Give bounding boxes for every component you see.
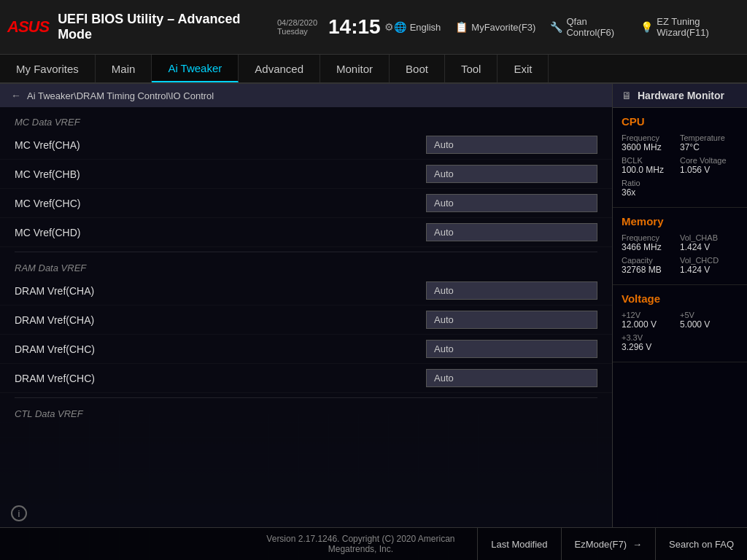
dram-vref-cha2-value[interactable]: Auto xyxy=(426,311,597,329)
bios-title: UEFI BIOS Utility – Advanced Mode xyxy=(58,12,263,42)
nav-main[interactable]: Main xyxy=(96,55,152,82)
nav-advanced[interactable]: Advanced xyxy=(239,55,320,82)
footer: Version 2.17.1246. Copyright (C) 2020 Am… xyxy=(0,527,747,560)
cpu-section-title: CPU xyxy=(622,115,738,128)
cpu-bclk-volt-row: BCLK 100.0 MHz Core Voltage 1.056 V xyxy=(622,156,738,175)
mem-frequency-col: Frequency 3466 MHz xyxy=(622,233,680,252)
cpu-corevolt-value: 1.056 V xyxy=(680,165,738,175)
setting-row[interactable]: DRAM Vref(CHA) Auto xyxy=(0,276,612,306)
cpu-temp-col: Temperature 37°C xyxy=(680,133,738,152)
nav-monitor[interactable]: Monitor xyxy=(320,55,390,82)
mem-capacity-value: 32768 MB xyxy=(622,265,680,275)
cpu-section: CPU Frequency 3600 MHz Temperature 37°C … xyxy=(613,108,747,208)
dram-vref-chc1-value[interactable]: Auto xyxy=(426,340,597,358)
hw-monitor-title: Hardware Monitor xyxy=(638,90,724,101)
setting-row[interactable]: MC Vref(CHC) Auto xyxy=(0,189,612,218)
cpu-ratio-col: Ratio 36x xyxy=(622,179,738,198)
setting-row[interactable]: MC Vref(CHA) Auto xyxy=(0,131,612,160)
mc-vref-chc-value[interactable]: Auto xyxy=(426,194,597,212)
ez-mode-btn[interactable]: EzMode(F7) → xyxy=(561,528,656,560)
setting-name: DRAM Vref(CHA) xyxy=(15,314,426,326)
setting-name: DRAM Vref(CHA) xyxy=(15,285,426,297)
last-modified-btn[interactable]: Last Modified xyxy=(477,528,560,560)
mem-capacity-col: Capacity 32768 MB xyxy=(622,256,680,275)
time-display: 14:15 ⚙ xyxy=(328,15,394,39)
footer-version: Version 2.17.1246. Copyright (C) 2020 Am… xyxy=(244,534,478,554)
ez-mode-icon: → xyxy=(632,539,642,550)
volt-5-label: +5V xyxy=(680,311,738,319)
cpu-bclk-label: BCLK xyxy=(622,156,680,165)
cpu-ratio-row: Ratio 36x xyxy=(622,179,738,198)
mem-freq-volchab-row: Frequency 3466 MHz Vol_CHAB 1.424 V xyxy=(622,233,738,252)
volt-5-col: +5V 5.000 V xyxy=(680,311,738,330)
tool-eztuning[interactable]: 💡 EZ Tuning Wizard(F11) xyxy=(640,16,740,38)
tool-english[interactable]: 🌐 English xyxy=(394,21,441,33)
nav-boot[interactable]: Boot xyxy=(390,55,445,82)
info-icon[interactable]: i xyxy=(11,505,27,521)
voltage-section: Voltage +12V 12.000 V +5V 5.000 V +3.3V … xyxy=(613,285,747,362)
ctl-section-label: CTL Data VREF xyxy=(0,402,612,422)
mem-cap-volchcd-row: Capacity 32768 MB Vol_CHCD 1.424 V xyxy=(622,256,738,275)
cpu-frequency-col: Frequency 3600 MHz xyxy=(622,133,680,152)
setting-name: MC Vref(CHA) xyxy=(15,139,426,151)
main-content: ← Ai Tweaker\DRAM Timing Control\IO Cont… xyxy=(0,84,747,527)
nav-ai-tweaker[interactable]: Ai Tweaker xyxy=(152,55,239,82)
mc-vref-cha-value[interactable]: Auto xyxy=(426,136,597,154)
setting-row[interactable]: MC Vref(CHB) Auto xyxy=(0,160,612,189)
volt-33-row: +3.3V 3.296 V xyxy=(622,333,738,352)
header-datetime: 04/28/2020 Tuesday xyxy=(277,18,317,36)
setting-row[interactable]: MC Vref(CHD) Auto xyxy=(0,218,612,247)
setting-name: MC Vref(CHB) xyxy=(15,168,426,180)
nav-exit[interactable]: Exit xyxy=(498,55,549,82)
nav-tool[interactable]: Tool xyxy=(445,55,498,82)
cpu-frequency-label: Frequency xyxy=(622,133,680,142)
cpu-temp-label: Temperature xyxy=(680,133,738,142)
mem-volchab-value: 1.424 V xyxy=(680,242,738,252)
mem-capacity-label: Capacity xyxy=(622,256,680,265)
cpu-frequency-value: 3600 MHz xyxy=(622,142,680,152)
monitor-icon: 🖥 xyxy=(622,90,632,101)
info-bar: i xyxy=(0,499,612,527)
cpu-corevolt-col: Core Voltage 1.056 V xyxy=(680,156,738,175)
setting-row[interactable]: DRAM Vref(CHC) Auto xyxy=(0,335,612,364)
back-arrow-icon[interactable]: ← xyxy=(11,90,21,101)
ram-section-label: RAM Data VREF xyxy=(0,257,612,276)
volt-5-value: 5.000 V xyxy=(680,319,738,330)
separator-1 xyxy=(15,252,597,252)
dram-vref-cha1-value[interactable]: Auto xyxy=(426,281,597,300)
clipboard-icon: 📋 xyxy=(455,21,468,33)
mem-volchcd-col: Vol_CHCD 1.424 V xyxy=(680,256,738,275)
mem-frequency-label: Frequency xyxy=(622,233,680,242)
setting-row[interactable]: DRAM Vref(CHA) Auto xyxy=(0,306,612,335)
settings-icon[interactable]: ⚙ xyxy=(384,21,394,33)
mc-vref-chd-value[interactable]: Auto xyxy=(426,223,597,241)
setting-name: MC Vref(CHC) xyxy=(15,198,426,209)
mc-vref-chb-value[interactable]: Auto xyxy=(426,165,597,183)
date-display: 04/28/2020 Tuesday xyxy=(277,18,317,36)
tool-myfavorite[interactable]: 📋 MyFavorite(F3) xyxy=(455,21,535,33)
settings-list: MC Data VREF MC Vref(CHA) Auto MC Vref(C… xyxy=(0,107,612,499)
mem-volchab-label: Vol_CHAB xyxy=(680,233,738,242)
setting-name: DRAM Vref(CHC) xyxy=(15,343,426,355)
breadcrumb: Ai Tweaker\DRAM Timing Control\IO Contro… xyxy=(27,90,214,101)
nav-my-favorites[interactable]: My Favorites xyxy=(0,55,96,82)
cpu-ratio-value: 36x xyxy=(622,187,738,198)
memory-section-title: Memory xyxy=(622,215,738,228)
setting-row[interactable]: DRAM Vref(CHC) Auto xyxy=(0,364,612,393)
cpu-temp-value: 37°C xyxy=(680,142,738,152)
cpu-corevolt-label: Core Voltage xyxy=(680,156,738,165)
nav-bar: My Favorites Main Ai Tweaker Advanced Mo… xyxy=(0,55,747,84)
mem-volchcd-value: 1.424 V xyxy=(680,265,738,275)
globe-icon: 🌐 xyxy=(394,21,406,33)
tool-qfan[interactable]: 🔧 Qfan Control(F6) xyxy=(550,16,626,38)
volt-33-label: +3.3V xyxy=(622,333,738,342)
volt-33-col: +3.3V 3.296 V xyxy=(622,333,738,352)
fan-icon: 🔧 xyxy=(550,21,562,33)
setting-name: MC Vref(CHD) xyxy=(15,227,426,238)
volt-12-5-row: +12V 12.000 V +5V 5.000 V xyxy=(622,311,738,330)
search-faq-btn[interactable]: Search on FAQ xyxy=(655,528,747,560)
asus-logo: ASUS xyxy=(7,18,49,36)
footer-actions: Last Modified EzMode(F7) → Search on FAQ xyxy=(477,528,747,560)
dram-vref-chc2-value[interactable]: Auto xyxy=(426,369,597,387)
volt-12-col: +12V 12.000 V xyxy=(622,311,680,330)
